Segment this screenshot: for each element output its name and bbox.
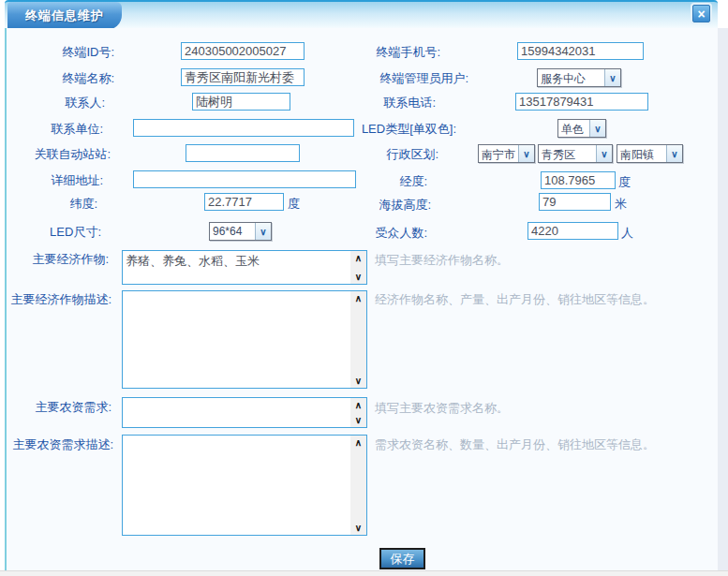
main-crops-desc-textarea[interactable]: ∧ ∨ (122, 290, 367, 389)
audience-input[interactable] (527, 222, 618, 240)
chevron-down-icon: ∨ (666, 145, 682, 162)
chevron-down-icon: ∨ (604, 69, 620, 86)
latitude-label: 纬度: (69, 196, 97, 213)
led-size-select[interactable]: 96*64 ∨ (209, 222, 272, 241)
altitude-unit: 米 (615, 196, 627, 213)
latitude-input[interactable] (204, 193, 284, 211)
agri-needs-hint: 填写主要农资需求名称。 (375, 400, 509, 417)
town-select[interactable]: 南阳镇 ∨ (617, 144, 683, 163)
terminal-phone-label: 终端手机号: (376, 44, 440, 61)
led-size-value: 96*64 (210, 223, 255, 240)
city-select[interactable]: 南宁市 ∨ (478, 144, 535, 163)
agri-needs-textarea[interactable]: ∧ ∨ (122, 397, 367, 428)
auto-station-label: 关联自动站站: (34, 146, 111, 163)
scroll-up-icon[interactable]: ∧ (350, 398, 366, 412)
main-crops-hint: 填写主要经济作物名称。 (375, 252, 509, 269)
dialog-bottom-edge (0, 570, 728, 576)
agri-needs-label: 主要农资需求: (35, 399, 111, 416)
terminal-id-label: 终端ID号: (62, 44, 114, 61)
led-size-label: LED尺寸: (50, 224, 101, 241)
scroll-down-icon[interactable]: ∨ (350, 413, 366, 427)
city-value: 南宁市 (479, 145, 518, 162)
dialog-title-tab: 终端信息维护 (7, 2, 122, 30)
address-input[interactable] (133, 170, 356, 188)
main-crops-desc-scrollbar[interactable]: ∧ ∨ (350, 291, 366, 388)
main-crops-desc-text (123, 291, 350, 388)
main-crops-label: 主要经济作物: (32, 251, 109, 268)
terminal-name-label: 终端名称: (62, 70, 114, 87)
scroll-down-icon[interactable]: ∨ (350, 270, 366, 284)
address-label: 详细地址: (51, 172, 103, 189)
scroll-up-icon[interactable]: ∧ (350, 251, 366, 265)
scroll-up-icon[interactable]: ∧ (350, 436, 366, 450)
dialog-right-edge (718, 28, 728, 570)
longitude-label: 经度: (399, 173, 427, 190)
chevron-down-icon: ∨ (596, 145, 612, 162)
chevron-down-icon: ∨ (589, 120, 605, 137)
scroll-down-icon[interactable]: ∨ (350, 374, 366, 388)
chevron-down-icon: ∨ (518, 145, 534, 162)
main-crops-text: 养猪、养兔、水稻、玉米 (123, 251, 350, 284)
main-crops-scrollbar[interactable]: ∧ ∨ (350, 251, 366, 284)
contact-phone-input[interactable] (515, 93, 648, 111)
contact-input[interactable] (192, 93, 290, 111)
led-type-select[interactable]: 单色 ∨ (557, 119, 606, 138)
latitude-unit: 度 (288, 196, 300, 213)
dialog-title: 终端信息维护 (25, 7, 104, 24)
agri-needs-desc-text (123, 436, 350, 535)
agri-needs-text (123, 398, 350, 427)
contact-phone-label: 联系电话: (383, 95, 436, 111)
agri-needs-desc-hint: 需求农资名称、数量、出产月份、销往地区等信息。 (375, 436, 655, 453)
admin-division-label: 行政区划: (386, 146, 438, 163)
close-icon: × (697, 7, 705, 21)
contact-unit-input[interactable] (133, 119, 354, 137)
contact-unit-label: 联系单位: (51, 121, 103, 138)
save-button-label: 保存 (391, 551, 415, 568)
altitude-input[interactable] (539, 193, 611, 211)
agri-needs-scrollbar[interactable]: ∧ ∨ (350, 398, 366, 427)
altitude-label: 海拔高度: (379, 197, 431, 214)
chevron-down-icon: ∨ (255, 223, 271, 240)
district-value: 青秀区 (539, 145, 596, 162)
longitude-input[interactable] (541, 171, 616, 189)
longitude-unit: 度 (618, 174, 631, 191)
auto-station-input[interactable] (186, 144, 300, 162)
audience-unit: 人 (621, 225, 633, 242)
scroll-down-icon[interactable]: ∨ (350, 521, 366, 535)
agri-needs-desc-textarea[interactable]: ∧ ∨ (122, 435, 367, 536)
district-select[interactable]: 青秀区 ∨ (538, 144, 613, 163)
terminal-admin-label: 终端管理员用户: (379, 70, 468, 87)
dialog-titlebar: 终端信息维护 (5, 0, 718, 28)
main-crops-desc-label: 主要经济作物描述: (10, 291, 111, 308)
led-type-value: 单色 (558, 120, 589, 137)
terminal-info-dialog: 终端信息维护 × 终端ID号: 终端名称: 联系人: 联系单位: 关联自动站站:… (0, 0, 728, 576)
led-type-label: LED类型[单双色]: (362, 121, 456, 138)
terminal-phone-input[interactable] (517, 42, 644, 60)
terminal-id-input[interactable] (181, 42, 305, 60)
close-button[interactable]: × (692, 5, 710, 22)
terminal-admin-value: 服务中心 (538, 69, 604, 86)
contact-label: 联系人: (65, 95, 105, 111)
main-crops-desc-hint: 经济作物名称、产量、出产月份、销往地区等信息。 (375, 291, 655, 308)
agri-needs-desc-scrollbar[interactable]: ∧ ∨ (350, 436, 366, 535)
town-value: 南阳镇 (617, 145, 666, 162)
terminal-admin-select[interactable]: 服务中心 ∨ (537, 68, 621, 87)
agri-needs-desc-label: 主要农资需求描述: (12, 436, 113, 453)
scroll-up-icon[interactable]: ∧ (350, 291, 366, 305)
terminal-name-input[interactable] (181, 68, 305, 86)
main-crops-textarea[interactable]: 养猪、养兔、水稻、玉米 ∧ ∨ (122, 250, 367, 285)
audience-label: 受众人数: (375, 225, 427, 242)
save-button[interactable]: 保存 (379, 548, 425, 569)
